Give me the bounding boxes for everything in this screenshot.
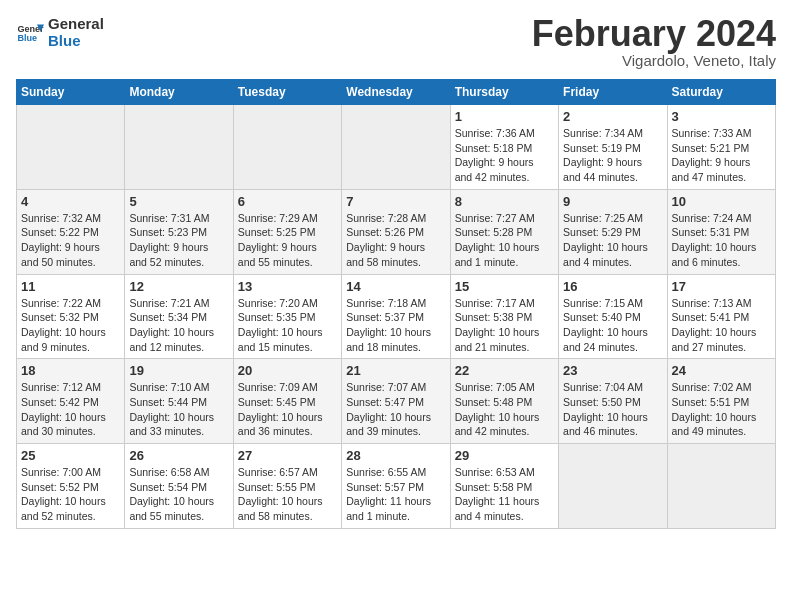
logo-line1: General: [48, 16, 104, 33]
calendar-cell: 15Sunrise: 7:17 AMSunset: 5:38 PMDayligh…: [450, 274, 558, 359]
day-number: 24: [672, 363, 771, 378]
calendar-cell: 28Sunrise: 6:55 AMSunset: 5:57 PMDayligh…: [342, 444, 450, 529]
day-number: 18: [21, 363, 120, 378]
day-info: Sunrise: 7:02 AMSunset: 5:51 PMDaylight:…: [672, 380, 771, 439]
day-info: Sunrise: 7:33 AMSunset: 5:21 PMDaylight:…: [672, 126, 771, 185]
col-header-sunday: Sunday: [17, 80, 125, 105]
day-number: 26: [129, 448, 228, 463]
day-number: 9: [563, 194, 662, 209]
day-number: 16: [563, 279, 662, 294]
calendar-cell: 19Sunrise: 7:10 AMSunset: 5:44 PMDayligh…: [125, 359, 233, 444]
calendar-cell: 8Sunrise: 7:27 AMSunset: 5:28 PMDaylight…: [450, 189, 558, 274]
day-info: Sunrise: 7:13 AMSunset: 5:41 PMDaylight:…: [672, 296, 771, 355]
day-number: 4: [21, 194, 120, 209]
calendar-body: 1Sunrise: 7:36 AMSunset: 5:18 PMDaylight…: [17, 105, 776, 529]
day-info: Sunrise: 7:34 AMSunset: 5:19 PMDaylight:…: [563, 126, 662, 185]
day-number: 10: [672, 194, 771, 209]
day-number: 17: [672, 279, 771, 294]
day-number: 3: [672, 109, 771, 124]
day-info: Sunrise: 7:00 AMSunset: 5:52 PMDaylight:…: [21, 465, 120, 524]
calendar-cell: [667, 444, 775, 529]
calendar-cell: 17Sunrise: 7:13 AMSunset: 5:41 PMDayligh…: [667, 274, 775, 359]
calendar-cell: 18Sunrise: 7:12 AMSunset: 5:42 PMDayligh…: [17, 359, 125, 444]
calendar-cell: 16Sunrise: 7:15 AMSunset: 5:40 PMDayligh…: [559, 274, 667, 359]
calendar-week-row: 11Sunrise: 7:22 AMSunset: 5:32 PMDayligh…: [17, 274, 776, 359]
day-number: 12: [129, 279, 228, 294]
col-header-monday: Monday: [125, 80, 233, 105]
header: General Blue General Blue February 2024 …: [16, 16, 776, 69]
logo: General Blue General Blue: [16, 16, 104, 49]
calendar-cell: 9Sunrise: 7:25 AMSunset: 5:29 PMDaylight…: [559, 189, 667, 274]
calendar-cell: 11Sunrise: 7:22 AMSunset: 5:32 PMDayligh…: [17, 274, 125, 359]
calendar-title: February 2024: [532, 16, 776, 52]
calendar-cell: 12Sunrise: 7:21 AMSunset: 5:34 PMDayligh…: [125, 274, 233, 359]
day-number: 13: [238, 279, 337, 294]
col-header-tuesday: Tuesday: [233, 80, 341, 105]
day-info: Sunrise: 7:21 AMSunset: 5:34 PMDaylight:…: [129, 296, 228, 355]
calendar-header-row: SundayMondayTuesdayWednesdayThursdayFrid…: [17, 80, 776, 105]
day-number: 6: [238, 194, 337, 209]
col-header-saturday: Saturday: [667, 80, 775, 105]
calendar-cell: 29Sunrise: 6:53 AMSunset: 5:58 PMDayligh…: [450, 444, 558, 529]
calendar-cell: 21Sunrise: 7:07 AMSunset: 5:47 PMDayligh…: [342, 359, 450, 444]
logo-line2: Blue: [48, 33, 104, 50]
day-number: 1: [455, 109, 554, 124]
day-number: 11: [21, 279, 120, 294]
day-number: 28: [346, 448, 445, 463]
logo-icon: General Blue: [16, 19, 44, 47]
title-area: February 2024 Vigardolo, Veneto, Italy: [532, 16, 776, 69]
calendar-subtitle: Vigardolo, Veneto, Italy: [532, 52, 776, 69]
calendar-cell: 24Sunrise: 7:02 AMSunset: 5:51 PMDayligh…: [667, 359, 775, 444]
day-number: 21: [346, 363, 445, 378]
day-info: Sunrise: 7:10 AMSunset: 5:44 PMDaylight:…: [129, 380, 228, 439]
calendar-cell: 2Sunrise: 7:34 AMSunset: 5:19 PMDaylight…: [559, 105, 667, 190]
calendar-week-row: 1Sunrise: 7:36 AMSunset: 5:18 PMDaylight…: [17, 105, 776, 190]
day-number: 20: [238, 363, 337, 378]
day-info: Sunrise: 6:53 AMSunset: 5:58 PMDaylight:…: [455, 465, 554, 524]
col-header-wednesday: Wednesday: [342, 80, 450, 105]
calendar-cell: 26Sunrise: 6:58 AMSunset: 5:54 PMDayligh…: [125, 444, 233, 529]
calendar-cell: 20Sunrise: 7:09 AMSunset: 5:45 PMDayligh…: [233, 359, 341, 444]
calendar-cell: 13Sunrise: 7:20 AMSunset: 5:35 PMDayligh…: [233, 274, 341, 359]
day-info: Sunrise: 7:20 AMSunset: 5:35 PMDaylight:…: [238, 296, 337, 355]
col-header-thursday: Thursday: [450, 80, 558, 105]
day-info: Sunrise: 7:27 AMSunset: 5:28 PMDaylight:…: [455, 211, 554, 270]
day-info: Sunrise: 7:25 AMSunset: 5:29 PMDaylight:…: [563, 211, 662, 270]
day-info: Sunrise: 7:07 AMSunset: 5:47 PMDaylight:…: [346, 380, 445, 439]
calendar-cell: 25Sunrise: 7:00 AMSunset: 5:52 PMDayligh…: [17, 444, 125, 529]
calendar-cell: [559, 444, 667, 529]
day-number: 27: [238, 448, 337, 463]
col-header-friday: Friday: [559, 80, 667, 105]
calendar-cell: 1Sunrise: 7:36 AMSunset: 5:18 PMDaylight…: [450, 105, 558, 190]
day-number: 22: [455, 363, 554, 378]
day-info: Sunrise: 7:17 AMSunset: 5:38 PMDaylight:…: [455, 296, 554, 355]
day-number: 19: [129, 363, 228, 378]
day-info: Sunrise: 7:36 AMSunset: 5:18 PMDaylight:…: [455, 126, 554, 185]
calendar-week-row: 4Sunrise: 7:32 AMSunset: 5:22 PMDaylight…: [17, 189, 776, 274]
day-info: Sunrise: 6:57 AMSunset: 5:55 PMDaylight:…: [238, 465, 337, 524]
day-info: Sunrise: 6:58 AMSunset: 5:54 PMDaylight:…: [129, 465, 228, 524]
calendar-cell: 5Sunrise: 7:31 AMSunset: 5:23 PMDaylight…: [125, 189, 233, 274]
day-info: Sunrise: 7:05 AMSunset: 5:48 PMDaylight:…: [455, 380, 554, 439]
day-number: 23: [563, 363, 662, 378]
day-number: 7: [346, 194, 445, 209]
calendar-week-row: 18Sunrise: 7:12 AMSunset: 5:42 PMDayligh…: [17, 359, 776, 444]
day-info: Sunrise: 7:29 AMSunset: 5:25 PMDaylight:…: [238, 211, 337, 270]
day-info: Sunrise: 7:15 AMSunset: 5:40 PMDaylight:…: [563, 296, 662, 355]
calendar-cell: 10Sunrise: 7:24 AMSunset: 5:31 PMDayligh…: [667, 189, 775, 274]
calendar-cell: 23Sunrise: 7:04 AMSunset: 5:50 PMDayligh…: [559, 359, 667, 444]
day-number: 25: [21, 448, 120, 463]
day-number: 29: [455, 448, 554, 463]
calendar-cell: 7Sunrise: 7:28 AMSunset: 5:26 PMDaylight…: [342, 189, 450, 274]
calendar-cell: 22Sunrise: 7:05 AMSunset: 5:48 PMDayligh…: [450, 359, 558, 444]
calendar-week-row: 25Sunrise: 7:00 AMSunset: 5:52 PMDayligh…: [17, 444, 776, 529]
day-number: 14: [346, 279, 445, 294]
calendar-cell: 4Sunrise: 7:32 AMSunset: 5:22 PMDaylight…: [17, 189, 125, 274]
day-info: Sunrise: 7:18 AMSunset: 5:37 PMDaylight:…: [346, 296, 445, 355]
day-info: Sunrise: 7:24 AMSunset: 5:31 PMDaylight:…: [672, 211, 771, 270]
calendar-cell: [342, 105, 450, 190]
calendar-cell: [125, 105, 233, 190]
calendar-cell: 14Sunrise: 7:18 AMSunset: 5:37 PMDayligh…: [342, 274, 450, 359]
day-info: Sunrise: 7:31 AMSunset: 5:23 PMDaylight:…: [129, 211, 228, 270]
calendar-cell: [233, 105, 341, 190]
